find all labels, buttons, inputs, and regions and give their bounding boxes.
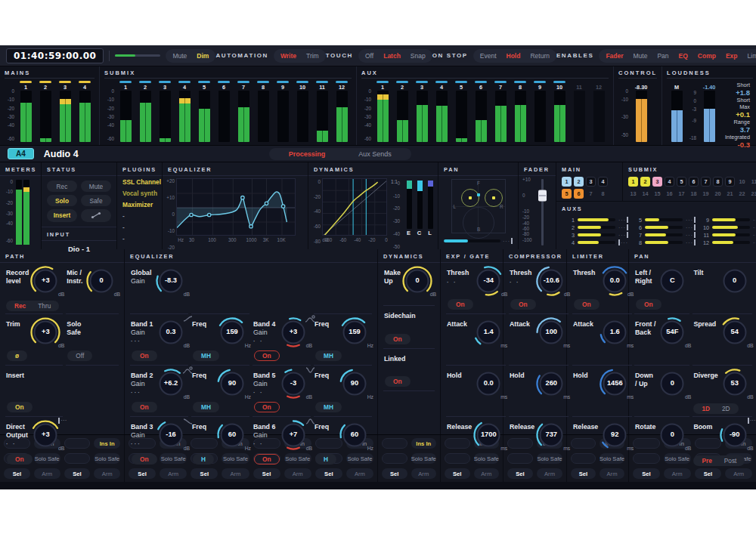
dim-button[interactable]: Dim [192,51,213,61]
automation-trim-button[interactable]: Trim [302,51,324,61]
meter-select-bar[interactable] [494,81,507,83]
sel-button[interactable]: Sel [129,468,156,479]
aux-level-bar[interactable] [578,241,615,244]
meter-select-bar[interactable] [593,81,605,83]
freq-knob[interactable]: 159Hz [338,317,371,350]
aux-level-bar[interactable] [712,226,750,229]
release-knob[interactable]: 1700ms [472,420,505,453]
enables-mute-button[interactable]: Mute [629,51,652,61]
meter-select-bar[interactable] [553,81,565,83]
left-speaker-icon[interactable] [461,189,479,207]
meter-select-bar[interactable] [396,81,408,83]
direct-output-knob[interactable]: +3dB··· [29,420,62,453]
blank-button[interactable] [382,453,407,464]
rec-button[interactable]: Rec [8,302,32,310]
meter-select-bar[interactable] [139,81,151,83]
assign-cell-3[interactable]: 3 [652,177,662,187]
assign-cell-4[interactable]: 4 [665,177,674,187]
automation-write-button[interactable]: Write [276,51,301,61]
assign-cell-14[interactable]: 14 [640,189,650,199]
band-6-knob[interactable]: +7dB [277,420,310,453]
meter-select-bar[interactable] [79,81,91,83]
meter-select-bar[interactable] [475,81,487,83]
arm-button[interactable]: Arm [34,468,60,479]
meter-select-bar[interactable] [20,81,32,83]
assign-cell-22[interactable]: 22 [737,189,747,199]
meter-select-bar[interactable] [416,81,428,83]
on-stop-return-button[interactable]: Return [525,51,554,61]
on-button[interactable]: On [7,454,33,465]
1d-button[interactable]: 1D [696,405,716,412]
on-button[interactable]: On [385,376,411,387]
assign-cell-3[interactable]: 3 [586,177,596,187]
arm-button[interactable]: Arm [346,468,373,479]
plugin-slot[interactable]: Vocal synth [117,187,162,199]
freq-knob[interactable]: 60Hz [338,420,371,453]
on-button[interactable]: On [574,299,600,310]
assign-cell-7[interactable]: 7 [701,177,711,187]
make-up-knob[interactable]: 0dB [401,266,434,299]
meter-select-bar[interactable] [39,81,51,83]
aux-level-bar[interactable] [645,218,683,221]
plugin-slot[interactable]: - [117,233,162,244]
sel-button[interactable]: Sel [4,468,30,479]
freq-knob[interactable]: 90Hz [215,369,249,402]
2d-button[interactable]: 2D [716,405,736,412]
on-button[interactable]: On [132,402,157,412]
thresh-knob[interactable]: -34dB [472,266,505,299]
assign-cell-9[interactable]: 9 [725,177,735,187]
monitor-level-slider[interactable] [115,54,160,57]
rotate-knob[interactable]: 0dB [655,420,689,453]
post-button[interactable]: Post [718,457,743,465]
aux-level-bar[interactable] [712,241,750,244]
ins-in-button[interactable]: Ins In [94,438,120,449]
rec-button[interactable]: Rec [47,181,77,192]
sel-button[interactable]: Sel [191,468,218,479]
arm-button[interactable]: Arm [222,468,249,479]
assign-cell-2[interactable]: 2 [574,177,584,187]
tilt-knob[interactable]: 0 [718,266,751,299]
assign-cell-2[interactable]: 2 [640,177,650,187]
insert-button[interactable]: Insert [47,209,77,222]
assign-cell-13[interactable]: 13 [628,189,638,199]
meter-select-bar[interactable] [218,81,230,83]
pan-position-dot[interactable] [477,193,480,196]
plugin-slot[interactable]: SSL Channel [117,176,162,187]
blank-button[interactable] [64,438,91,449]
on-button[interactable]: On [385,334,411,344]
fader-handle[interactable] [538,190,547,202]
assign-cell-18[interactable]: 18 [689,189,699,199]
boom-knob[interactable]: -90dB··· [718,420,751,453]
attack-knob[interactable]: 1.6ms [598,317,631,350]
assign-cell-16[interactable]: 16 [665,189,674,199]
on-button[interactable]: On [254,402,280,412]
arm-button[interactable]: Arm [474,468,500,479]
sel-button[interactable]: Sel [633,468,660,479]
off-button[interactable]: Off [67,350,92,361]
aux-level-bar[interactable] [578,233,615,236]
assign-cell-10[interactable]: 10 [737,177,747,187]
on-button[interactable]: On [254,350,280,361]
meter-select-bar[interactable] [336,81,348,83]
hold-knob[interactable]: 260ms [534,369,568,402]
meter-select-bar[interactable] [534,81,546,83]
freq-knob[interactable]: 159Hz [215,317,249,350]
mic-instr-knob[interactable]: 0dB [85,266,118,299]
blank-button[interactable] [64,453,91,464]
band-4-knob[interactable]: +3dB [277,317,310,350]
enables-limiter-button[interactable]: Limiter [743,51,756,61]
meter-select-bar[interactable] [455,81,467,83]
aux-level-bar[interactable] [712,218,750,221]
mh-button[interactable]: MH [315,350,342,361]
assign-cell-8[interactable]: 8 [598,189,608,199]
plugin-slot[interactable]: - [117,210,162,221]
assign-cell-21[interactable]: 21 [725,189,735,199]
global-knob[interactable]: -8.3dB [154,266,187,299]
right-speaker-icon[interactable] [485,189,503,207]
sel-button[interactable]: Sel [695,468,722,479]
thresh-knob[interactable]: -10.6dB [534,266,568,299]
release-knob[interactable]: 737ms [534,420,568,453]
meter-select-bar[interactable] [198,81,210,83]
on-button[interactable]: On [254,454,280,465]
touch-off-button[interactable]: Off [361,51,378,61]
